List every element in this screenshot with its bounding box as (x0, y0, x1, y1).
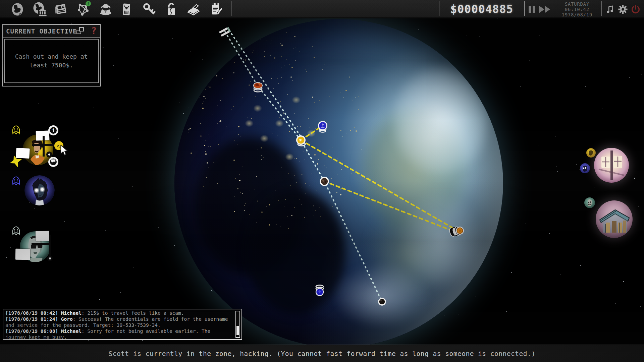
pop-out-button[interactable] (76, 27, 85, 35)
system-icons (601, 0, 644, 18)
location-warehouse[interactable] (596, 200, 633, 238)
toolbar-lock-button[interactable] (163, 2, 180, 17)
objective-title: CURRENT OBJECTIVE (3, 25, 77, 38)
chat-scrollbar-thumb[interactable] (236, 326, 239, 335)
toolbar-bank-button[interactable] (31, 2, 48, 17)
power-icon (631, 10, 641, 15)
journal-icon (185, 2, 202, 17)
toolbar-mail-button[interactable] (118, 2, 135, 17)
chat-messages: [1978/08/19 00:42] Michael: 215$ to trav… (5, 310, 233, 340)
notes-icon (208, 2, 224, 17)
bank-icon (31, 2, 48, 17)
objective-body: Cash out and keep at least 7500$. (4, 39, 99, 83)
status-text: Scott is currently in the zone, hacking.… (109, 350, 536, 358)
music-note-icon (605, 10, 615, 15)
chat-message: [1978/08/19 00:42] Michael: 215$ to trav… (5, 310, 233, 316)
chat-message: [1978/08/19 01:24] Goro: Success! The cr… (5, 316, 233, 328)
notification-badge: ! (86, 1, 91, 6)
clock-time: 06:10:42 (554, 7, 600, 12)
toolbar-network-button[interactable]: ! (75, 2, 92, 17)
mail-icon (118, 2, 135, 17)
chat-scrollbar[interactable] (235, 311, 240, 338)
gear-icon (618, 10, 628, 15)
status-bar: Scott is currently in the zone, hacking.… (0, 345, 644, 362)
music-button[interactable] (605, 4, 615, 15)
mini-avatar-teal[interactable] (584, 197, 595, 208)
toolbar-key-button[interactable] (141, 2, 157, 17)
mini-avatar-yellow[interactable] (586, 148, 596, 158)
objective-panel: CURRENT OBJECTIVE ? Cash out and keep at… (2, 24, 101, 86)
key-icon (141, 2, 157, 17)
mouse-cursor (59, 145, 69, 156)
divider (231, 1, 231, 16)
agent-icon (97, 2, 114, 17)
toolbar-notes-button[interactable] (208, 2, 224, 17)
world-map-icon (9, 2, 26, 17)
clock-display: SATURDAY 06:10:42 1978/08/19 (554, 1, 600, 17)
objective-line1: Cash out and keep at (5, 52, 98, 61)
help-button[interactable]: ? (91, 25, 97, 36)
toolbar-world-button[interactable] (9, 2, 26, 17)
toolbar-journal-button[interactable] (185, 2, 202, 17)
chat-message: [1978/08/19 06:08] Michael: Sorry for no… (5, 328, 233, 340)
toolbar-agent-button[interactable] (97, 2, 114, 17)
mini-avatar-blue[interactable] (580, 163, 590, 173)
news-icon (52, 2, 69, 17)
top-bar: ! $00004885 SATURDAY 06:10:42 1978/08/19 (0, 0, 644, 18)
power-button[interactable] (630, 4, 641, 15)
fast-forward-button[interactable] (539, 5, 552, 14)
clock-date: 1978/08/19 (554, 12, 600, 17)
money-display: $00004885 (439, 0, 524, 18)
settings-button[interactable] (618, 4, 628, 15)
location-room[interactable] (594, 148, 629, 183)
toolbar-news-button[interactable] (52, 2, 69, 17)
time-controls: SATURDAY 06:10:42 1978/08/19 (525, 0, 601, 18)
objective-line2: least 7500$. (5, 61, 98, 70)
chat-log-panel: [1978/08/19 00:42] Michael: 215$ to trav… (3, 309, 242, 340)
clock-day: SATURDAY (554, 1, 600, 7)
pause-button[interactable] (528, 5, 536, 14)
objective-header: CURRENT OBJECTIVE ? (3, 25, 100, 38)
broken-lock-icon (163, 2, 180, 17)
